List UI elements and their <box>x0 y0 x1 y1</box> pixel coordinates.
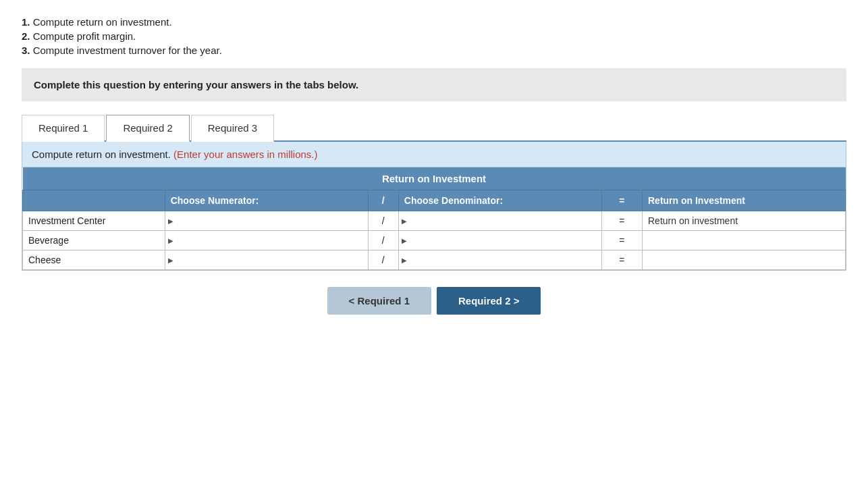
table-section: Return on Investment Choose Numerator: /… <box>22 167 846 270</box>
table-row: Beverage / = <box>23 231 846 250</box>
row-1-label: Beverage <box>23 231 165 250</box>
tab-instruction: Compute return on investment. (Enter you… <box>22 142 846 167</box>
instruction-3-number: 3. <box>22 45 30 56</box>
tab-required-3[interactable]: Required 3 <box>191 115 274 142</box>
row-0-numerator-input[interactable] <box>171 215 362 226</box>
row-2-equals: = <box>601 250 642 270</box>
tab-required-1[interactable]: Required 1 <box>22 115 105 142</box>
tabs-container: Required 1 Required 2 Required 3 Compute… <box>22 113 846 271</box>
row-1-numerator-cell[interactable] <box>165 231 368 250</box>
col-header-denominator: Choose Denominator: <box>398 190 601 211</box>
row-0-denominator-input[interactable] <box>404 215 596 226</box>
row-1-equals: = <box>601 231 642 250</box>
instruction-2-number: 2. <box>22 30 30 42</box>
row-0-equals: = <box>601 211 642 231</box>
tab-instruction-suffix: (Enter your answers in millions.) <box>173 149 317 160</box>
col-header-label <box>23 190 165 211</box>
prev-button[interactable]: < Required 1 <box>327 287 431 315</box>
row-2-numerator-input[interactable] <box>171 255 362 265</box>
table-row: Cheese / = <box>23 250 846 270</box>
instruction-1-number: 1. <box>22 16 30 28</box>
col-header-result: Return on Investment <box>642 190 845 211</box>
col-header-numerator: Choose Numerator: <box>165 190 368 211</box>
next-button[interactable]: Required 2 > <box>437 287 541 315</box>
row-0-result: Return on investment <box>642 211 845 231</box>
table-main-header: Return on Investment <box>23 167 846 190</box>
row-2-slash: / <box>368 250 398 270</box>
row-0-slash: / <box>368 211 398 231</box>
instruction-2-text: Compute profit margin. <box>30 30 136 42</box>
instruction-1-text: Compute return on investment. <box>30 16 172 28</box>
row-0-numerator-cell[interactable] <box>165 211 368 231</box>
tab-instruction-prefix: Compute return on investment. <box>32 149 171 160</box>
col-header-slash: / <box>368 190 398 211</box>
row-1-numerator-input[interactable] <box>171 235 362 246</box>
footer-buttons: < Required 1 Required 2 > <box>22 287 846 315</box>
row-2-result <box>642 250 845 270</box>
row-1-result <box>642 231 845 250</box>
instructions: 1. Compute return on investment. 2. Comp… <box>22 16 846 56</box>
tabs-row: Required 1 Required 2 Required 3 <box>22 113 846 142</box>
notice-box: Complete this question by entering your … <box>22 68 846 101</box>
tab-content: Compute return on investment. (Enter you… <box>22 142 846 271</box>
table-row: Investment Center / = Return on investme… <box>23 211 846 231</box>
row-1-denominator-input[interactable] <box>404 235 596 246</box>
col-header-equals: = <box>601 190 642 211</box>
roi-table: Return on Investment Choose Numerator: /… <box>22 167 846 270</box>
row-1-slash: / <box>368 231 398 250</box>
row-0-denominator-cell[interactable] <box>398 211 601 231</box>
instruction-3-text: Compute investment turnover for the year… <box>30 45 222 56</box>
row-1-denominator-cell[interactable] <box>398 231 601 250</box>
tab-required-2[interactable]: Required 2 <box>106 115 189 142</box>
row-0-label: Investment Center <box>23 211 165 231</box>
row-2-numerator-cell[interactable] <box>165 250 368 270</box>
notice-text: Complete this question by entering your … <box>34 79 358 90</box>
row-2-label: Cheese <box>23 250 165 270</box>
row-2-denominator-input[interactable] <box>404 255 596 265</box>
row-2-denominator-cell[interactable] <box>398 250 601 270</box>
